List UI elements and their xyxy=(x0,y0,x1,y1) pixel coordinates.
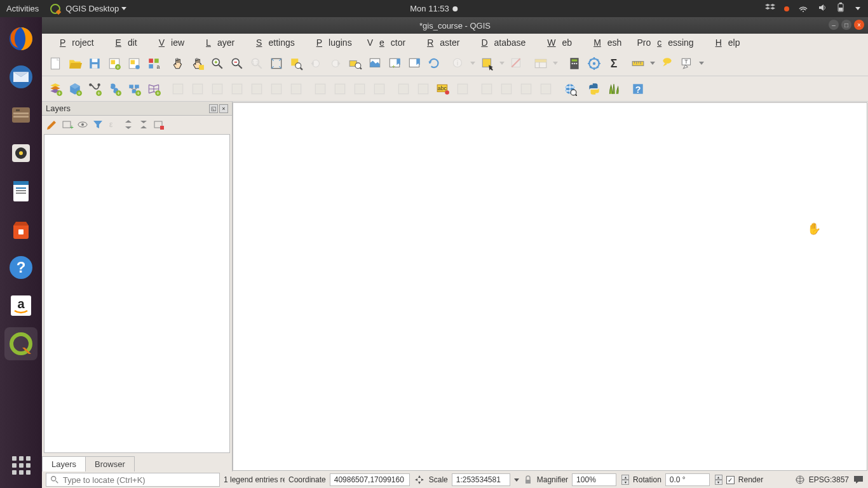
coordinate-field[interactable]: 40986507,17099160 xyxy=(330,473,410,486)
zoom-selection-button[interactable] xyxy=(287,54,306,73)
paste-button[interactable] xyxy=(330,79,349,98)
dock-thunderbird[interactable] xyxy=(4,60,37,93)
menu-web[interactable]: Web xyxy=(534,36,578,50)
paste-features-button[interactable] xyxy=(267,79,286,98)
clock[interactable]: Mon 11:53 xyxy=(410,4,449,13)
system-menu-chevron-icon[interactable] xyxy=(855,7,860,10)
locator-input[interactable]: Type to locate (Ctrl+K) xyxy=(46,473,220,487)
crs-icon[interactable] xyxy=(795,475,805,485)
pan-selected-button[interactable] xyxy=(188,54,207,73)
messages-icon[interactable] xyxy=(853,474,864,485)
new-project-button[interactable] xyxy=(46,54,65,73)
activities-button[interactable]: Activities xyxy=(6,4,39,13)
edit-line-button[interactable] xyxy=(188,79,207,98)
menu-raster[interactable]: Raster xyxy=(414,36,466,50)
new-map-view-button[interactable] xyxy=(365,54,384,73)
identify-button[interactable]: i xyxy=(449,54,468,73)
metasearch-button[interactable] xyxy=(560,79,580,98)
tab-browser[interactable]: Browser xyxy=(85,456,135,471)
tips-button[interactable] xyxy=(658,54,677,73)
magnifier-spin[interactable]: ▴▾ xyxy=(621,475,629,485)
rotate-label-button[interactable] xyxy=(477,79,496,98)
menu-settings[interactable]: Settings xyxy=(243,36,301,50)
dock-rhythmbox[interactable] xyxy=(4,137,37,170)
dock-help[interactable]: ? xyxy=(4,251,37,284)
new-mesh-button[interactable]: + xyxy=(144,79,163,98)
panel-close-button[interactable]: × xyxy=(219,104,228,113)
attrs-dd-icon[interactable] xyxy=(551,54,560,73)
zoom-last-button[interactable] xyxy=(306,54,325,73)
new-shapefile-button[interactable]: + xyxy=(85,79,104,98)
minimize-button[interactable]: – xyxy=(829,20,839,30)
select-dd-icon[interactable] xyxy=(498,54,506,73)
tab-layers[interactable]: Layers xyxy=(42,456,86,471)
zoom-layer-button[interactable] xyxy=(346,54,365,73)
move-label-button[interactable] xyxy=(453,79,472,98)
new-geopackage-button[interactable]: + xyxy=(65,79,85,98)
pin-label-button[interactable] xyxy=(497,79,516,98)
collapse-all-icon[interactable] xyxy=(137,118,150,131)
label-toolbar-button[interactable]: abc xyxy=(433,79,452,98)
expand-all-icon[interactable] xyxy=(122,118,135,131)
delete-selected-button[interactable] xyxy=(287,79,306,98)
dock-qgis[interactable] xyxy=(4,327,37,360)
crs-value[interactable]: EPSG:3857 xyxy=(809,475,849,484)
battery-icon[interactable] xyxy=(836,3,846,15)
stats-button[interactable]: Σ xyxy=(604,54,623,73)
filter-legend-icon[interactable] xyxy=(92,118,104,131)
lock-scale-icon[interactable] xyxy=(523,475,533,485)
zoom-out-button[interactable] xyxy=(227,54,247,73)
dock-firefox[interactable] xyxy=(4,22,37,55)
rotation-field[interactable]: 0.0 ° xyxy=(665,473,710,486)
maximize-button[interactable]: □ xyxy=(841,20,851,30)
appmenu-button[interactable]: QGIS Desktop xyxy=(65,4,119,13)
expression-filter-icon[interactable]: ε xyxy=(107,118,119,131)
save-edits-button[interactable] xyxy=(208,79,227,98)
dropbox-tray-icon[interactable] xyxy=(765,3,775,15)
measure-dd-icon[interactable] xyxy=(648,54,657,73)
cut-features-button[interactable] xyxy=(247,79,266,98)
measure-button[interactable] xyxy=(628,54,648,73)
dock-software[interactable] xyxy=(4,213,37,246)
pan-button[interactable] xyxy=(168,54,187,73)
digitize-b-button[interactable] xyxy=(414,79,433,98)
python-button[interactable] xyxy=(585,79,604,98)
zoom-full-button[interactable] xyxy=(267,54,286,73)
remove-layer-icon[interactable] xyxy=(153,118,165,131)
close-button[interactable]: × xyxy=(854,20,864,30)
menu-help[interactable]: Help xyxy=(703,36,747,50)
digitize-a-button[interactable] xyxy=(394,79,413,98)
deselect-button[interactable] xyxy=(507,54,526,73)
new-bookmark-button[interactable]: + xyxy=(385,54,404,73)
bookmarks-button[interactable] xyxy=(405,54,424,73)
zoom-native-button[interactable]: 1:1 xyxy=(247,54,266,73)
render-checkbox[interactable]: ✓ xyxy=(726,476,735,484)
calculator-button[interactable] xyxy=(565,54,584,73)
save-project-button[interactable] xyxy=(85,54,104,73)
dock-show-apps[interactable] xyxy=(4,449,37,482)
annotation-button[interactable]: T xyxy=(677,54,696,73)
style-manager-button[interactable]: a xyxy=(144,54,163,73)
identify-dd-icon[interactable] xyxy=(468,54,477,73)
new-spatialite-button[interactable]: + xyxy=(105,79,124,98)
hide-label-button[interactable] xyxy=(536,79,555,98)
panel-float-button[interactable]: ◱ xyxy=(209,104,218,113)
open-data-source-button[interactable]: + xyxy=(46,79,65,98)
edit-pencil-button[interactable] xyxy=(168,79,187,98)
scale-field[interactable]: 1:253534581 xyxy=(452,473,510,486)
rotation-spin[interactable]: ▴▾ xyxy=(715,475,722,485)
copy-button[interactable] xyxy=(311,79,330,98)
style-preset-icon[interactable] xyxy=(46,118,58,131)
menu-view[interactable]: View xyxy=(146,36,191,50)
menu-layer[interactable]: Layer xyxy=(193,36,241,50)
volume-icon[interactable] xyxy=(817,3,827,15)
dock-files[interactable] xyxy=(4,98,37,132)
toggle-extents-icon[interactable] xyxy=(414,474,425,485)
magnifier-field[interactable]: 100% xyxy=(572,473,616,486)
menu-mesh[interactable]: Mesh xyxy=(581,36,628,50)
zoom-next-button[interactable] xyxy=(326,54,345,73)
show-label-button[interactable] xyxy=(517,79,536,98)
layout-manager-button[interactable] xyxy=(125,54,144,73)
menu-project[interactable]: Project xyxy=(47,36,100,50)
select-button[interactable] xyxy=(478,54,497,73)
